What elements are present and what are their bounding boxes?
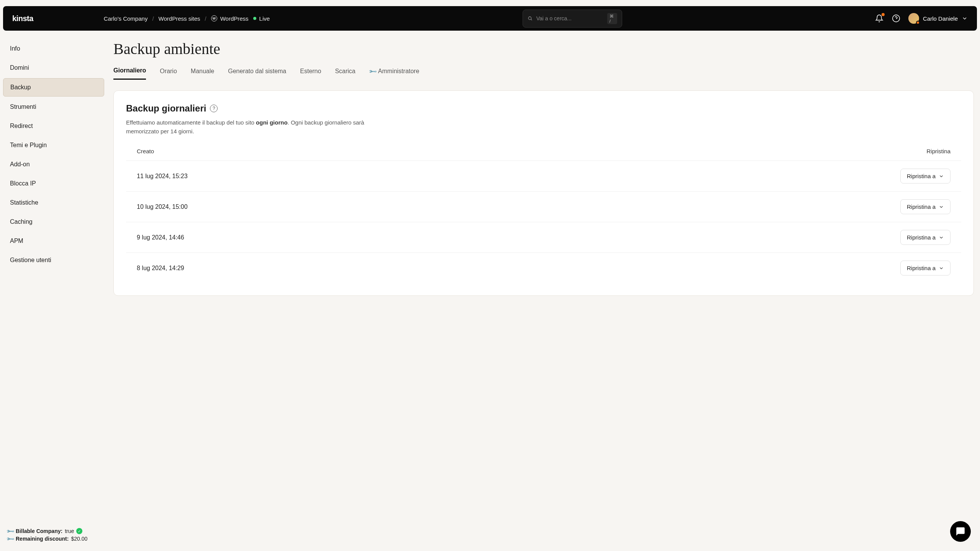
chevron-down-icon xyxy=(939,174,944,179)
user-menu[interactable]: Carlo Daniele xyxy=(908,13,968,24)
restore-button[interactable]: Ripristina a xyxy=(900,169,951,184)
chevron-down-icon xyxy=(939,235,944,240)
remaining-discount-row: 🔧 Remaining discount: $20.00 xyxy=(7,536,100,542)
notifications-button[interactable] xyxy=(875,14,884,23)
wrench-icon: 🔧 xyxy=(368,67,377,75)
remaining-discount-value: $20.00 xyxy=(71,536,87,542)
tab-orario[interactable]: Orario xyxy=(160,67,177,80)
sidebar-item-backup[interactable]: Backup xyxy=(3,78,104,97)
sidebar-item-blocca-ip[interactable]: Blocca IP xyxy=(3,175,104,192)
svg-point-0 xyxy=(528,17,531,20)
check-icon: ✓ xyxy=(76,528,82,534)
avatar xyxy=(908,13,919,24)
tab-amministratore[interactable]: 🔧Amministratore xyxy=(369,67,420,80)
sidebar-item-strumenti[interactable]: Strumenti xyxy=(3,98,104,116)
table-row: 9 lug 2024, 14:46Ripristina a xyxy=(126,222,961,253)
table-row: 11 lug 2024, 15:23Ripristina a xyxy=(126,161,961,191)
main-content: Backup ambiente GiornalieroOrarioManuale… xyxy=(107,31,980,551)
billable-company-row: 🔧 Billable Company: true ✓ xyxy=(7,528,100,534)
search-box[interactable]: ⌘ / xyxy=(523,10,622,28)
sidebar: InfoDominiBackupStrumentiRedirectTemi e … xyxy=(0,31,107,551)
tab-esterno[interactable]: Esterno xyxy=(300,67,321,80)
breadcrumb-sites[interactable]: WordPress sites xyxy=(159,15,200,22)
restore-button-label: Ripristina a xyxy=(907,265,936,271)
wrench-icon: 🔧 xyxy=(6,534,15,543)
sidebar-item-apm[interactable]: APM xyxy=(3,232,104,250)
breadcrumb-site[interactable]: W WordPress xyxy=(211,15,249,22)
breadcrumb-separator: / xyxy=(205,15,206,22)
backup-created: 9 lug 2024, 14:46 xyxy=(137,234,184,241)
svg-point-2 xyxy=(893,15,900,22)
backup-created: 10 lug 2024, 15:00 xyxy=(137,203,188,210)
sidebar-item-gestione-utenti[interactable]: Gestione utenti xyxy=(3,251,104,269)
tab-label: Generato dal sistema xyxy=(228,68,286,75)
logo[interactable]: kinsta xyxy=(12,14,33,23)
avatar-status-dot-icon xyxy=(916,21,920,25)
tab-giornaliero[interactable]: Giornaliero xyxy=(113,67,146,80)
restore-button[interactable]: Ripristina a xyxy=(900,261,951,276)
sidebar-footer: 🔧 Billable Company: true ✓ 🔧 Remaining d… xyxy=(3,523,104,545)
table-row: 10 lug 2024, 15:00Ripristina a xyxy=(126,191,961,222)
backups-card: Backup giornalieri ? Effettuiamo automat… xyxy=(113,90,974,296)
sidebar-item-statistiche[interactable]: Statistiche xyxy=(3,194,104,212)
breadcrumbs: Carlo's Company / WordPress sites / W Wo… xyxy=(104,15,270,22)
tab-label: Amministratore xyxy=(378,68,420,75)
tab-manuale[interactable]: Manuale xyxy=(191,67,214,80)
live-dot-icon xyxy=(253,17,256,20)
column-created: Creato xyxy=(137,148,154,154)
table-row: 8 lug 2024, 14:29Ripristina a xyxy=(126,253,961,283)
breadcrumb-company[interactable]: Carlo's Company xyxy=(104,15,148,22)
page-title: Backup ambiente xyxy=(113,40,974,58)
tab-scarica[interactable]: Scarica xyxy=(335,67,355,80)
sidebar-item-info[interactable]: Info xyxy=(3,40,104,57)
restore-button[interactable]: Ripristina a xyxy=(900,199,951,214)
topbar: kinsta Carlo's Company / WordPress sites… xyxy=(3,6,977,31)
svg-line-1 xyxy=(531,19,532,20)
sidebar-item-domini[interactable]: Domini xyxy=(3,59,104,77)
tab-label: Giornaliero xyxy=(113,67,146,74)
help-icon[interactable]: ? xyxy=(210,105,218,112)
restore-button[interactable]: Ripristina a xyxy=(900,230,951,245)
tabs: GiornalieroOrarioManualeGenerato dal sis… xyxy=(113,67,974,80)
user-name: Carlo Daniele xyxy=(923,15,958,22)
remaining-discount-label: Remaining discount: xyxy=(16,536,69,542)
card-description: Effettuiamo automaticamente il backup de… xyxy=(126,118,394,136)
search-icon xyxy=(528,15,533,21)
notification-dot-icon xyxy=(882,13,885,16)
backup-created: 8 lug 2024, 14:29 xyxy=(137,265,184,272)
tab-label: Orario xyxy=(160,68,177,75)
chat-icon xyxy=(955,526,965,536)
tab-label: Scarica xyxy=(335,68,355,75)
tab-label: Esterno xyxy=(300,68,321,75)
backup-created: 11 lug 2024, 15:23 xyxy=(137,173,188,180)
sidebar-item-caching[interactable]: Caching xyxy=(3,213,104,231)
restore-button-label: Ripristina a xyxy=(907,203,936,210)
billable-company-value: true xyxy=(65,528,74,534)
search-input[interactable] xyxy=(536,15,603,21)
chat-button[interactable] xyxy=(950,521,971,542)
breadcrumb-env-label: Live xyxy=(259,15,270,22)
chevron-down-icon xyxy=(939,266,944,271)
help-button[interactable] xyxy=(892,14,901,23)
breadcrumb-env[interactable]: Live xyxy=(253,15,270,22)
restore-button-label: Ripristina a xyxy=(907,173,936,179)
sidebar-item-temi-e-plugin[interactable]: Temi e Plugin xyxy=(3,136,104,154)
tab-label: Manuale xyxy=(191,68,214,75)
search-shortcut: ⌘ / xyxy=(607,13,617,24)
tab-generato-dal-sistema[interactable]: Generato dal sistema xyxy=(228,67,286,80)
restore-button-label: Ripristina a xyxy=(907,234,936,241)
sidebar-item-redirect[interactable]: Redirect xyxy=(3,117,104,135)
sidebar-item-add-on[interactable]: Add-on xyxy=(3,156,104,173)
breadcrumb-separator: / xyxy=(152,15,154,22)
breadcrumb-site-label: WordPress xyxy=(220,15,249,22)
chevron-down-icon xyxy=(939,204,944,210)
chevron-down-icon xyxy=(962,15,968,21)
wordpress-icon: W xyxy=(211,15,217,21)
table-header: Creato Ripristina xyxy=(126,148,961,161)
card-title: Backup giornalieri xyxy=(126,103,206,114)
billable-company-label: Billable Company: xyxy=(16,528,62,534)
column-restore: Ripristina xyxy=(926,148,951,154)
help-icon xyxy=(892,14,900,23)
